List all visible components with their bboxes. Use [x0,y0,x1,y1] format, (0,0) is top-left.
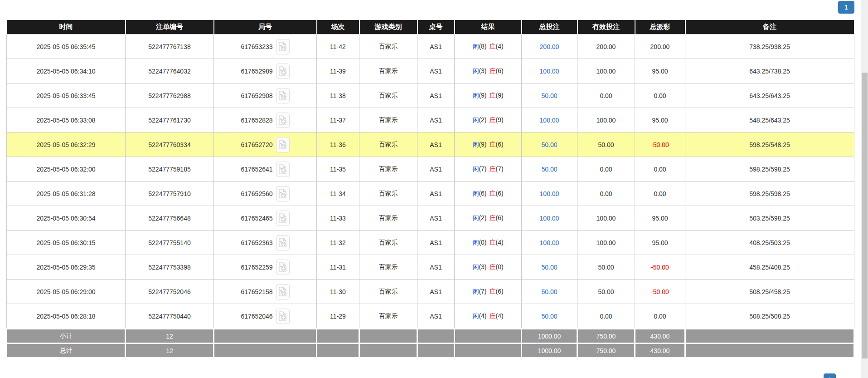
bet-record-row: 2025-05-05 06:29:00 522477752046 6176521… [7,280,854,304]
vertical-scrollbar-track[interactable] [861,0,868,378]
video-replay-button[interactable] [276,88,290,103]
time-cell: 2025-05-05 06:32:00 [7,157,126,182]
round-cell: 617652989 [214,59,317,83]
summary-empty-cell [359,344,417,358]
summary-empty-cell [685,329,854,344]
summary-empty-cell [455,344,522,358]
total-bet-cell: 100.00 [522,231,577,255]
video-replay-button[interactable] [276,309,290,324]
total-bet-cell: 50.00 [522,280,577,304]
result-cell: 闲(4)庄(4) [455,304,522,329]
video-replay-button[interactable] [276,260,290,275]
bet-number-cell: 522477755140 [126,231,214,255]
total-bet-link[interactable]: 50.00 [541,92,557,99]
player-result-label: 闲 [472,312,479,319]
banker-result-label: 庄 [490,312,496,319]
table-number-cell: AS1 [417,108,455,133]
column-header-10: 备注 [685,20,854,34]
round-cell: 617652828 [214,108,317,133]
video-replay-icon [279,91,286,100]
bet-record-row: 2025-05-05 06:29:35 522477753398 6176522… [7,255,854,280]
total-bet-link[interactable]: 50.00 [541,313,557,320]
column-header-5: 桌号 [417,20,455,34]
video-replay-button[interactable] [276,235,290,250]
summary-total-payout-cell: 430.00 [635,344,685,358]
banker-result-score: (6) [496,67,504,74]
bet-record-row: 2025-05-05 06:32:29 522477760334 6176527… [7,133,854,157]
video-replay-button[interactable] [276,162,290,177]
bet-number-cell: 522477762988 [126,83,214,108]
total-payout-cell: -50.00 [635,255,685,280]
video-replay-button[interactable] [276,284,290,299]
table-number-cell: AS1 [417,133,455,157]
column-header-0: 时间 [7,20,126,34]
video-replay-button[interactable] [276,39,290,54]
session-cell: 11-30 [317,280,359,304]
banker-result-score: (0) [496,263,504,270]
pagination-page-1-top[interactable]: 1 [838,1,854,14]
total-bet-link[interactable]: 200.00 [540,43,559,50]
session-cell: 11-36 [317,133,359,157]
column-header-4: 游戏类别 [359,20,417,34]
total-bet-link[interactable]: 50.00 [541,264,557,271]
grand-total-row: 总计121000.00750.00430.00 [7,344,854,358]
game-type-cell: 百家乐 [359,206,417,231]
banker-result-score: (4) [496,239,504,246]
time-cell: 2025-05-05 06:32:29 [7,133,126,157]
player-result-score: (3) [479,263,486,270]
bet-record-row: 2025-05-05 06:30:54 522477756648 6176524… [7,206,854,231]
banker-result-label: 庄 [490,165,496,172]
session-cell: 11-39 [317,59,359,83]
vertical-scrollbar-thumb[interactable] [862,73,868,358]
round-cell: 617652641 [214,157,317,182]
total-bet-cell: 50.00 [522,255,577,280]
valid-bet-cell: 100.00 [577,108,635,133]
video-replay-button[interactable] [276,64,290,79]
player-result-score: (7) [479,165,486,172]
banker-result-score: (4) [496,312,504,319]
banker-result-label: 庄 [490,141,496,148]
round-number: 617652046 [241,313,272,320]
video-replay-button[interactable] [276,211,290,226]
total-bet-link[interactable]: 50.00 [541,141,557,148]
round-number: 617652828 [241,117,272,124]
pagination-page-1-bottom[interactable]: 1 [824,373,836,378]
bet-number-cell: 522477767138 [126,34,214,59]
banker-result-score: (9) [496,92,504,99]
column-header-2: 局号 [214,20,317,34]
total-bet-link[interactable]: 50.00 [541,166,557,173]
game-type-cell: 百家乐 [359,34,417,59]
video-replay-icon [279,66,286,76]
bet-number-cell: 522477756648 [126,206,214,231]
summary-total-bet-cell: 1000.00 [522,329,577,344]
total-payout-cell: 0.00 [635,304,685,329]
total-bet-link[interactable]: 50.00 [541,288,557,295]
session-cell: 11-35 [317,157,359,182]
total-bet-link[interactable]: 100.00 [540,68,559,75]
session-cell: 11-38 [317,83,359,108]
table-number-cell: AS1 [417,157,455,182]
column-header-1: 注单编号 [126,20,214,34]
round-number: 617652641 [241,166,272,173]
subtotal-row: 小计121000.00750.00430.00 [7,329,854,344]
banker-result-label: 庄 [490,92,496,99]
round-cell: 617652158 [214,280,317,304]
total-bet-link[interactable]: 100.00 [540,239,559,246]
video-replay-icon [279,189,286,198]
video-replay-button[interactable] [276,137,290,152]
result-cell: 闲(9)庄(6) [455,133,522,157]
total-bet-link[interactable]: 100.00 [540,117,559,124]
video-replay-button[interactable] [276,113,290,128]
remark-cell: 503.25/598.25 [685,206,854,231]
round-number: 617652259 [241,264,272,271]
valid-bet-cell: 0.00 [577,182,635,206]
game-type-cell: 百家乐 [359,280,417,304]
time-cell: 2025-05-05 06:35:45 [7,34,126,59]
video-replay-button[interactable] [276,186,290,201]
total-bet-link[interactable]: 100.00 [540,190,559,197]
total-bet-link[interactable]: 100.00 [540,215,559,222]
bet-number-cell: 522477752046 [126,280,214,304]
player-result-label: 闲 [472,92,479,99]
table-number-cell: AS1 [417,231,455,255]
total-payout-cell: 200.00 [635,34,685,59]
